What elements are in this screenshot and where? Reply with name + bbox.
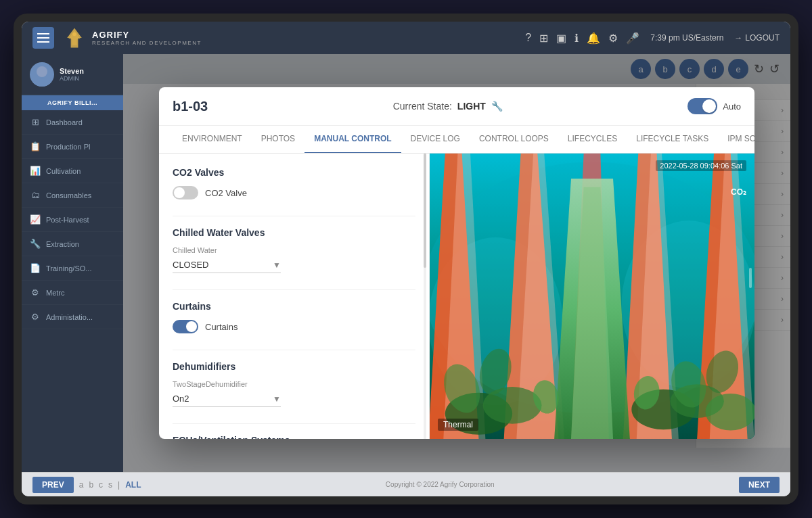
- sidebar-item-extraction[interactable]: 🔧 Extraction: [22, 232, 123, 256]
- sidebar: Steven ADMIN AGRIFY BILLI... ⊞ Dashboard…: [22, 54, 123, 472]
- pagination-links: a b c s | ALL: [79, 480, 141, 490]
- chilled-water-title: Chilled Water Valves: [173, 227, 415, 238]
- chilled-water-arrow-icon: ▼: [273, 260, 281, 270]
- logout-button[interactable]: → LOGOUT: [734, 33, 780, 43]
- sidebar-item-post-harvest[interactable]: 📈 Post-Harvest: [22, 208, 123, 232]
- dehumidifiers-section: Dehumidifiers TwoStageDehumidifier On2 ▼: [173, 361, 415, 407]
- modal-state: Current State: LIGHT 🔧: [393, 101, 503, 112]
- co2-camera-label: CO₂: [731, 187, 746, 197]
- grid-icon[interactable]: ⊞: [539, 32, 548, 45]
- dehumidifiers-title: Dehumidifiers: [173, 361, 415, 372]
- bell-icon[interactable]: 🔔: [587, 32, 600, 45]
- scroll-track: [424, 154, 426, 439]
- dehumidifiers-value: On2: [173, 394, 273, 404]
- agrify-logo-icon: [62, 26, 87, 50]
- ecus-section: ECUs/Ventilation Systems ECU High Circul…: [173, 435, 415, 439]
- divider-1: [173, 216, 415, 216]
- thermal-label: Thermal: [438, 419, 478, 431]
- active-facility-button[interactable]: AGRIFY BILLI...: [22, 95, 123, 110]
- modal-title: b1-03: [173, 99, 208, 114]
- dehumidifiers-arrow-icon: ▼: [273, 394, 281, 404]
- main-content: Steven ADMIN AGRIFY BILLI... ⊞ Dashboard…: [22, 54, 790, 472]
- modal-tabs: ENVIRONMENT PHOTOS MANUAL CONTROL DEVICE…: [159, 126, 754, 154]
- controls-panel: CO2 Valves CO2 Valve Chilled Wate: [159, 154, 430, 439]
- page-all-link[interactable]: ALL: [125, 480, 141, 490]
- co2-valve-control: CO2 Valve: [173, 186, 415, 199]
- wrench-icon: 🔧: [491, 101, 503, 112]
- modal-body: CO2 Valves CO2 Valve Chilled Wate: [159, 154, 754, 439]
- page-b-link[interactable]: b: [89, 480, 93, 490]
- auto-toggle[interactable]: [687, 98, 717, 114]
- co2-valves-section: CO2 Valves CO2 Valve: [173, 167, 415, 199]
- chilled-water-dropdown[interactable]: CLOSED ▼: [173, 257, 281, 273]
- tab-device-log[interactable]: DEVICE LOG: [401, 126, 470, 154]
- top-bar: AGRIFY RESEARCH AND DEVELOPMENT ? ⊞ ▣ ℹ …: [22, 22, 790, 54]
- svg-point-0: [72, 32, 76, 36]
- avatar: [30, 62, 54, 87]
- modal-auto: Auto: [687, 98, 741, 114]
- sidebar-item-production[interactable]: 📋 Production Pl: [22, 135, 123, 159]
- chilled-water-section: Chilled Water Valves Chilled Water CLOSE…: [173, 227, 415, 273]
- modal-dialog: b1-03 Current State: LIGHT 🔧 Auto: [159, 87, 754, 439]
- tab-ipm-scouting[interactable]: IPM SCOUTING: [718, 126, 754, 154]
- svg-point-22: [706, 394, 754, 431]
- sidebar-item-training[interactable]: 📄 Training/SO...: [22, 256, 123, 281]
- co2-valve-label: CO2 Valve: [205, 188, 247, 198]
- sidebar-item-cultivation[interactable]: 📊 Cultivation: [22, 159, 123, 183]
- modal-overlay: b1-03 Current State: LIGHT 🔧 Auto: [123, 54, 790, 472]
- tab-lifecycles[interactable]: LIFECYCLES: [558, 126, 627, 154]
- cultivation-icon: 📊: [30, 166, 41, 176]
- help-icon[interactable]: ?: [525, 32, 531, 44]
- curtains-section: Curtains Curtains: [173, 301, 415, 333]
- tab-photos[interactable]: PHOTOS: [252, 126, 304, 154]
- hamburger-button[interactable]: [32, 27, 54, 49]
- square-icon[interactable]: ▣: [556, 32, 566, 45]
- camera-scroll: [749, 268, 752, 288]
- info-icon[interactable]: ℹ: [574, 32, 579, 45]
- sidebar-item-dashboard[interactable]: ⊞ Dashboard: [22, 110, 123, 135]
- page-c-link[interactable]: c: [99, 480, 103, 490]
- curtains-label: Curtains: [205, 322, 238, 332]
- page-a-link[interactable]: a: [79, 480, 84, 490]
- svg-point-1: [37, 66, 47, 77]
- divider-2: [173, 289, 415, 290]
- thermal-image: 2022-05-28 09:04:06 Sat CO₂ Thermal: [430, 154, 754, 439]
- state-label: Current State:: [393, 101, 452, 112]
- post-harvest-icon: 📈: [30, 214, 41, 225]
- user-name: Steven: [60, 67, 115, 75]
- curtains-title: Curtains: [173, 301, 415, 312]
- co2-valves-title: CO2 Valves: [173, 167, 415, 178]
- curtains-toggle[interactable]: [173, 320, 198, 333]
- tab-environment[interactable]: ENVIRONMENT: [173, 126, 252, 154]
- scroll-thumb[interactable]: [424, 154, 426, 268]
- divider-3: [173, 350, 415, 350]
- divider-4: [173, 423, 415, 424]
- tab-control-loops[interactable]: CONTROL LOOPS: [470, 126, 558, 154]
- co2-valve-toggle[interactable]: [173, 186, 198, 199]
- gear-icon[interactable]: ⚙: [608, 32, 618, 45]
- bottom-bar-left: PREV a b c s | ALL: [32, 477, 141, 493]
- consumables-icon: 🗂: [30, 190, 41, 200]
- prev-button[interactable]: PREV: [32, 477, 74, 493]
- curtains-control: Curtains: [173, 320, 415, 333]
- page-s-link[interactable]: s: [108, 480, 112, 490]
- metrc-icon: ⚙: [30, 287, 41, 298]
- time-display: 7:39 pm US/Eastern: [650, 33, 723, 43]
- sidebar-item-metrc[interactable]: ⚙ Metrc: [22, 281, 123, 305]
- ecus-title: ECUs/Ventilation Systems: [173, 435, 415, 439]
- sidebar-item-administration[interactable]: ⚙ Administatio...: [22, 305, 123, 329]
- tablet-screen: AGRIFY RESEARCH AND DEVELOPMENT ? ⊞ ▣ ℹ …: [22, 22, 790, 496]
- copyright: Copyright © 2022 Agrify Corporation: [386, 481, 495, 488]
- dashboard-icon: ⊞: [30, 117, 41, 127]
- dehumidifiers-sub-label: TwoStageDehumidifier: [173, 380, 415, 388]
- dehumidifiers-dropdown[interactable]: On2 ▼: [173, 391, 281, 407]
- sidebar-item-consumables[interactable]: 🗂 Consumables: [22, 183, 123, 208]
- tab-manual-control[interactable]: MANUAL CONTROL: [304, 126, 401, 154]
- extraction-icon: 🔧: [30, 239, 41, 249]
- administration-icon: ⚙: [30, 312, 41, 322]
- mic-icon[interactable]: 🎤: [626, 32, 639, 45]
- next-button[interactable]: NEXT: [739, 477, 780, 493]
- camera-timestamp: 2022-05-28 09:04:06 Sat: [656, 160, 746, 171]
- tab-lifecycle-tasks[interactable]: LIFECYCLE TASKS: [627, 126, 718, 154]
- page-divider: |: [118, 480, 120, 490]
